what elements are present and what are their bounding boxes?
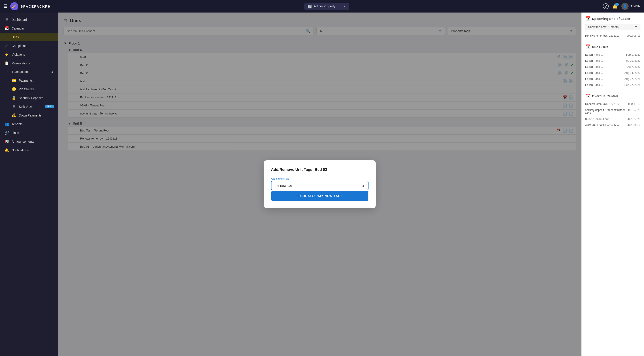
overdue-item-date: 2021-07-23: [627, 108, 640, 112]
sidebar-label-dashboard: Dashboard: [12, 18, 54, 22]
complaints-icon: ⚠: [4, 44, 9, 48]
sidebar-label-calendar: Calendar: [12, 26, 54, 30]
list-item: Edrich Hans ... Oct 7, 2020: [585, 64, 640, 70]
list-item: Edrich Hans ... Feb 29, 2020: [585, 58, 640, 64]
sidebar-item-notifications[interactable]: 🔔 Notifications: [0, 146, 58, 154]
sidebar-item-announcements[interactable]: 📢 Announcements: [0, 137, 58, 146]
sidebar-item-violations[interactable]: ⚡ Violations: [0, 50, 58, 59]
overdue-item-date: 2020-11-13: [627, 102, 640, 106]
modal-title: Add/Remove Unit Tags: Bed 02: [271, 168, 368, 172]
sidebar-label-transactions: Transactions: [12, 70, 48, 74]
upcoming-lease-title: Upcoming End of Lease: [592, 17, 630, 20]
overdue-rentals-header: 📅 Overdue Rentals: [585, 94, 640, 98]
sidebar-label-split-view: Split View: [19, 105, 43, 108]
upcoming-filter-label: Show the next: 1 month: [588, 25, 619, 28]
upcoming-lease-header: 📅 Upcoming End of Lease: [585, 16, 640, 21]
overdue-item-date: 2021-07-29: [627, 118, 640, 121]
sidebar-item-security-deposits[interactable]: 🔒 Security Deposits: [0, 94, 58, 102]
modal-input-caret-icon[interactable]: ▲: [362, 184, 365, 188]
reservations-icon: 📋: [4, 61, 9, 65]
modal-field-label: Add new unit tag: [271, 177, 368, 180]
topnav-actions: ? 🔔 1 👤 ADMIN: [603, 3, 640, 10]
sidebar-label-down-payments: Down Payments: [19, 114, 54, 117]
pdc-item-name: Edrich Hans ...: [585, 84, 624, 86]
pdc-item-name: Edrich Hans ...: [585, 71, 624, 74]
top-navigation: ☰ 🚀 SPACEPACKPH 🏢 Admin Property ▼ ? 🔔 1…: [0, 0, 644, 12]
unit-tag-input[interactable]: [274, 184, 360, 188]
sidebar-item-down-payments[interactable]: 💰 Down Payments: [0, 111, 58, 120]
sidebar-item-pdchecks[interactable]: 🪙 PD Checks: [0, 85, 58, 94]
modal-dropdown: + CREATE: "MY-NEW-TAG": [271, 190, 368, 201]
sidebar-label-pdchecks: PD Checks: [19, 88, 54, 91]
links-icon: 🔗: [4, 130, 9, 135]
payments-icon: 💳: [12, 78, 16, 82]
upcoming-filter-select[interactable]: Show the next: 1 month ▼: [585, 24, 640, 30]
brand-logo: 🚀: [10, 2, 18, 10]
upcoming-item-name: Renews tomorrow / 1232113: [585, 34, 627, 37]
tenants-icon: 👥: [4, 122, 9, 126]
user-menu-button[interactable]: 👤 ADMIN: [622, 3, 640, 10]
brand-name: SPACEPACKPH: [20, 4, 51, 8]
sidebar-item-tenants[interactable]: 👥 Tenants: [0, 120, 58, 128]
list-item: Edrich Hans ... Sep 27, 2021: [585, 82, 640, 88]
list-item: Edrich Hans ... Feb 1, 2020: [585, 52, 640, 58]
pdc-icon: 📅: [585, 44, 590, 49]
modal-input-wrap: ▲: [271, 181, 368, 190]
sidebar: ⊞ Dashboard 📅 Calendar ⊟ Units ⚠ Complai…: [0, 12, 58, 356]
notification-button[interactable]: 🔔 1: [612, 4, 618, 9]
due-pdcs-section: 📅 Due PDCs Edrich Hans ... Feb 1, 2020 E…: [585, 44, 640, 88]
sidebar-item-transactions[interactable]: ↔ Transactions ▲: [0, 68, 58, 76]
dashboard-icon: ⊞: [4, 18, 9, 22]
upcoming-filter-caret-icon: ▼: [634, 25, 638, 28]
pdc-item-date: Oct 7, 2020: [626, 65, 640, 68]
pdc-item-name: Edrich Hans ...: [585, 65, 626, 68]
upcoming-lease-section: 📅 Upcoming End of Lease Show the next: 1…: [585, 16, 640, 39]
user-avatar: 👤: [622, 3, 628, 10]
user-avatar-icon: 👤: [623, 4, 627, 8]
hamburger-icon: ☰: [4, 4, 8, 9]
list-item: Renews tomorrow / 1232113 2020-11-13: [585, 101, 640, 107]
list-item: Edrich Hans ... Aug 14, 2020: [585, 70, 640, 76]
user-name: ADMIN: [630, 4, 640, 8]
sidebar-item-dashboard[interactable]: ⊞ Dashboard: [0, 15, 58, 24]
sidebar-item-complaints[interactable]: ⚠ Complaints: [0, 41, 58, 50]
sidebar-label-links: Links: [12, 131, 54, 134]
transactions-chevron-icon: ▲: [51, 70, 54, 73]
sidebar-item-split-view[interactable]: ⊞ Split View BETA: [0, 102, 58, 111]
list-item: security deposit 2 / tenant thirteen ali…: [585, 107, 640, 116]
calendar-icon: 📅: [4, 26, 9, 30]
overdue-item-name: AUG 26 / Edrich Hans Chua: [585, 124, 627, 127]
brand: 🚀 SPACEPACKPH: [10, 2, 51, 10]
pdc-item-date: Aug 14, 2020: [624, 71, 640, 74]
property-selector[interactable]: 🏢 Admin Property ▼: [304, 3, 349, 10]
sidebar-label-payments: Payments: [19, 79, 54, 82]
sidebar-item-payments[interactable]: 💳 Payments: [0, 76, 58, 85]
pdc-item-date: Feb 29, 2020: [624, 59, 640, 62]
pdc-item-date: Sep 27, 2021: [624, 84, 640, 86]
sidebar-item-calendar[interactable]: 📅 Calendar: [0, 24, 58, 33]
right-panel: 📅 Upcoming End of Lease Show the next: 1…: [582, 12, 644, 356]
sidebar-item-links[interactable]: 🔗 Links: [0, 128, 58, 137]
beta-badge: BETA: [46, 105, 54, 108]
transactions-icon: ↔: [4, 70, 9, 74]
calendar-upcoming-icon: 📅: [585, 16, 590, 21]
security-deposits-icon: 🔒: [12, 96, 16, 100]
hamburger-button[interactable]: ☰: [4, 4, 10, 9]
sidebar-label-violations: Violations: [12, 53, 54, 56]
overdue-rentals-section: 📅 Overdue Rentals Renews tomorrow / 1232…: [585, 94, 640, 128]
help-button[interactable]: ?: [603, 3, 609, 9]
overdue-item-name: 09-08 / Tenant Four: [585, 118, 627, 121]
notification-badge: 1: [615, 3, 619, 6]
pdc-item-name: Edrich Hans ...: [585, 77, 624, 80]
property-caret-icon: ▼: [343, 5, 346, 8]
list-item: Edrich Hans ... Aug 27, 2021: [585, 76, 640, 82]
upcoming-item-date: 2022-08-11: [627, 34, 640, 37]
create-tag-button[interactable]: + CREATE: "MY-NEW-TAG": [271, 191, 368, 201]
sidebar-item-reservations[interactable]: 📋 Reservations: [0, 59, 58, 68]
pdc-item-date: Aug 27, 2021: [624, 77, 640, 80]
property-icon: 🏢: [308, 4, 312, 8]
add-remove-unit-tags-modal: Add/Remove Unit Tags: Bed 02 Add new uni…: [264, 160, 376, 208]
units-icon: ⊟: [4, 35, 9, 39]
split-view-icon: ⊞: [12, 104, 16, 109]
sidebar-item-units[interactable]: ⊟ Units: [0, 33, 58, 41]
